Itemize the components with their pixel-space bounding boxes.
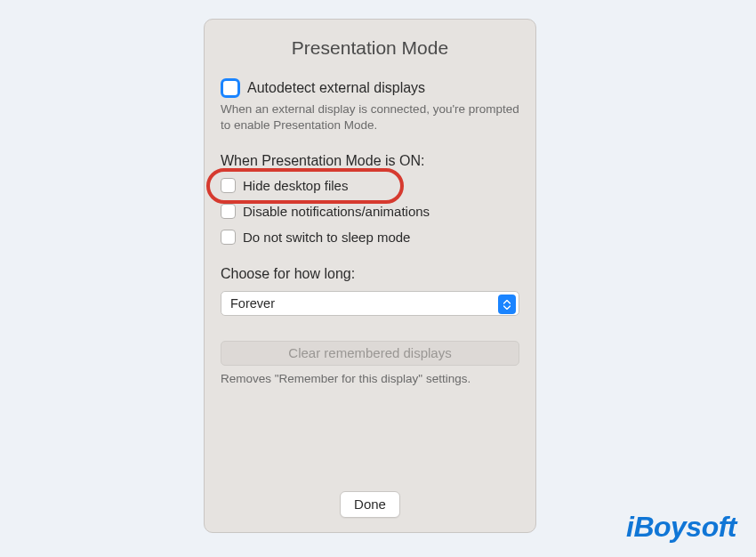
option-disable-notifications: Disable notifications/animations <box>221 204 519 219</box>
option-no-sleep: Do not switch to sleep mode <box>221 230 519 245</box>
autodetect-description: When an external display is connected, y… <box>221 101 519 133</box>
duration-value: Forever <box>230 296 275 311</box>
autodetect-row: Autodetect external displays <box>221 78 519 98</box>
options-list: Hide desktop files Disable notifications… <box>221 178 519 245</box>
chevron-updown-icon <box>498 295 516 314</box>
duration-select[interactable]: Forever <box>221 291 519 316</box>
option-hide-desktop: Hide desktop files <box>221 178 519 193</box>
disable-notifications-label: Disable notifications/animations <box>243 204 430 219</box>
clear-description: Removes "Remember for this display" sett… <box>221 371 519 387</box>
autodetect-label: Autodetect external displays <box>247 80 425 96</box>
hide-desktop-checkbox[interactable] <box>221 178 236 193</box>
no-sleep-label: Do not switch to sleep mode <box>243 230 410 245</box>
autodetect-checkbox[interactable] <box>221 78 240 98</box>
presentation-mode-panel: Presentation Mode Autodetect external di… <box>204 19 536 533</box>
duration-label: Choose for how long: <box>221 266 519 282</box>
disable-notifications-checkbox[interactable] <box>221 204 236 219</box>
when-on-label: When Presentation Mode is ON: <box>221 153 519 169</box>
panel-title: Presentation Mode <box>221 37 519 59</box>
brand-logo: iBoysoft <box>626 511 736 544</box>
no-sleep-checkbox[interactable] <box>221 230 236 245</box>
done-button[interactable]: Done <box>340 491 400 518</box>
clear-displays-button[interactable]: Clear remembered displays <box>221 341 519 366</box>
hide-desktop-label: Hide desktop files <box>243 178 348 193</box>
duration-select-wrap: Forever <box>221 291 519 316</box>
